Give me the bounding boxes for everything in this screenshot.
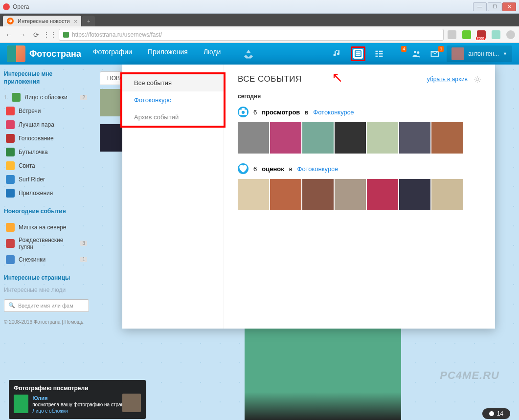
download-icon[interactable] [462,30,471,39]
sidebar-item-apps[interactable]: Приложения [4,186,89,200]
event-thumb[interactable] [367,122,398,154]
sidebar-title-pages: Интересные страницы [4,274,89,282]
event-thumb[interactable] [431,179,463,210]
sidebar-item-bottle[interactable]: Бутылочка [4,145,89,159]
dropdown-title: ВСЕ СОБЫТИЯ [238,74,302,84]
music-icon[interactable] [332,49,342,59]
events-dropdown: Все события Фотоконкурс Архив событий ВС… [122,65,495,329]
gear-icon[interactable] [474,75,481,83]
dropdown-item-all[interactable]: Все события [122,74,224,91]
angel-icon[interactable] [241,48,256,60]
opera-turbo-icon[interactable] [492,30,500,39]
sidebar-footer: © 2008-2016 Фотострана | Помощь [4,319,89,326]
logo[interactable]: Фотострана [7,45,81,62]
toast-link[interactable]: Лицо с обложки [32,408,68,414]
toast-avatar [14,395,28,413]
sidebar-item-voting[interactable]: Голосование [4,132,89,145]
status-dot [489,411,494,416]
star-icon [6,223,15,232]
account-icon[interactable] [506,30,515,39]
dropdown-item-contest[interactable]: Фотоконкурс [122,91,224,109]
new-tab-button[interactable]: + [82,16,95,26]
sidebar-search-input[interactable]: 🔍 Введите имя или фам [4,299,89,312]
forward-button[interactable]: → [18,30,27,40]
sidebar-item-snow[interactable]: Снежинки1 [4,253,89,266]
sidebar-item-label: Голосование [19,135,54,142]
close-button[interactable]: ✕ [502,2,516,11]
crown-icon [6,161,15,170]
svg-rect-5 [376,53,378,55]
sidebar-title-people: Интересные мне люди [4,287,89,294]
event-link[interactable]: Фотоконкурсе [313,109,354,116]
notification-toast[interactable]: Фотографию посмотрели Юлия посмотрела ва… [9,380,146,419]
event-thumb[interactable] [335,122,366,154]
speed-dial-icon[interactable]: ⋮⋮ [45,30,55,40]
svg-point-10 [417,51,420,54]
logo-image [7,45,25,62]
sidebar-item-label: Мишка на севере [19,224,66,231]
event-thumb[interactable] [367,179,398,210]
browser-tab[interactable]: Ф Интересные новости × [3,16,81,26]
tab-close-icon[interactable]: × [74,18,78,25]
reload-button[interactable]: ⟳ [31,30,41,40]
sidebar-item-surfrider[interactable]: Surf Rider [4,173,89,186]
sidebar-item-suite[interactable]: Свита [4,159,89,173]
archive-link[interactable]: убрать в архив [427,76,468,83]
svg-rect-15 [242,108,245,111]
moon-icon[interactable]: 4 [393,49,403,59]
svg-point-14 [242,111,245,114]
event-thumb[interactable] [238,179,269,210]
url-text: https://fotostrana.ru/usernews/fast/ [72,31,162,38]
event-thumb[interactable] [335,179,366,210]
toast-text: посмотрела вашу фотографию на странице [32,402,132,407]
event-thumb[interactable] [238,122,269,154]
event-link[interactable]: Фотоконкурсе [297,165,338,173]
nav-apps[interactable]: Приложения [148,48,188,60]
sidebar: Интересные мне приложения 1.Лицо с облож… [0,65,93,420]
heart-icon [238,163,248,174]
heart-icon[interactable] [448,30,456,39]
sidebar-item-label: Surf Rider [19,176,45,183]
bottle-icon [6,148,15,156]
post-image[interactable] [245,324,401,420]
event-thumb[interactable] [270,122,301,154]
nav-photos[interactable]: Фотографии [93,48,132,60]
events-icon[interactable] [353,49,363,59]
url-toolbar: ← → ⟳ ⋮⋮ https://fotostrana.ru/usernews/… [0,26,519,43]
chat-button[interactable]: 14 [482,408,510,419]
svg-point-12 [476,78,479,81]
user-menu[interactable]: антон ген... ▼ [447,45,512,62]
dropdown-item-archive[interactable]: Архив событий [122,109,224,126]
event-thumb[interactable] [270,179,301,210]
svg-rect-8 [379,56,383,57]
back-button[interactable]: ← [4,30,14,40]
messages-icon[interactable]: 1 [430,49,440,59]
minimize-button[interactable]: — [473,2,487,11]
sidebar-item-label: Лицо с обложки [24,94,67,101]
event-in: в [289,165,293,173]
feed-icon[interactable] [374,49,384,59]
event-thumb[interactable] [302,179,334,210]
vote-icon [6,134,15,143]
event-thumb[interactable] [302,122,334,154]
event-views: 6 просмотров в Фотоконкурсе [238,107,481,154]
sidebar-item-label: Приложения [19,190,53,197]
nav-people[interactable]: Люди [203,48,221,60]
sidebar-item-xmas[interactable]: Рождественские гулян3 [4,234,89,253]
event-likes: 6 оценок в Фотоконкурсе [238,163,481,210]
lock-icon [63,32,69,38]
svg-point-9 [414,51,416,53]
event-thumb[interactable] [399,179,430,210]
extension-badge-icon[interactable]: 2500 [477,30,486,39]
sidebar-item-magazine[interactable]: 1.Лицо с обложки2 [4,90,89,104]
event-thumb[interactable] [431,122,463,154]
heart-icon [6,107,15,115]
url-input[interactable]: https://fotostrana.ru/usernews/fast/ [59,29,444,41]
event-thumb[interactable] [399,122,430,154]
sidebar-item-meetings[interactable]: Встречи [4,104,89,118]
sidebar-item-bear[interactable]: Мишка на севере [4,221,89,234]
maximize-button[interactable]: ☐ [488,2,501,11]
svg-rect-6 [379,53,383,55]
friends-icon[interactable] [411,49,421,59]
sidebar-item-bestpair[interactable]: Лучшая пара [4,118,89,132]
